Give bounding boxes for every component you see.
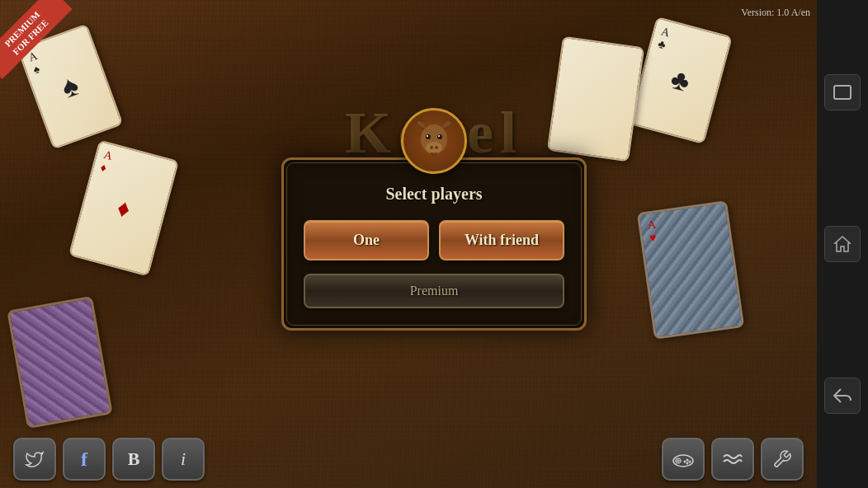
- svg-point-16: [684, 461, 686, 463]
- svg-point-5: [438, 135, 440, 137]
- settings-button[interactable]: [761, 438, 804, 481]
- toolbar-right: [662, 438, 804, 481]
- card-rank-lm: A♦: [99, 148, 114, 176]
- card-right-middle: A♥: [637, 200, 745, 340]
- window-icon: [833, 85, 851, 100]
- bottom-toolbar: f B i: [0, 430, 817, 488]
- version-label: Version: 1.0 A/en: [741, 7, 810, 19]
- card-center-lm: ♦: [114, 193, 134, 223]
- facebook-icon: f: [81, 448, 87, 471]
- wave-icon: [722, 450, 743, 468]
- with-friend-button[interactable]: With friend: [439, 220, 564, 260]
- blog-icon: B: [128, 448, 140, 470]
- svg-point-1: [426, 142, 442, 153]
- svg-rect-8: [834, 86, 851, 99]
- svg-point-3: [437, 134, 442, 139]
- twitter-button[interactable]: [13, 438, 56, 481]
- right-sidebar: [817, 0, 868, 488]
- home-icon: [833, 235, 851, 253]
- one-player-button[interactable]: One: [304, 220, 429, 260]
- window-button[interactable]: [824, 74, 861, 110]
- svg-point-2: [426, 134, 431, 139]
- gamepad-icon: [672, 451, 694, 467]
- twitter-icon: [25, 449, 45, 469]
- card-right-top2: [547, 36, 645, 162]
- wave-button[interactable]: [711, 438, 754, 481]
- home-button[interactable]: [824, 226, 861, 262]
- svg-point-7: [435, 146, 438, 149]
- premium-badge-text: PREMIUM FOR FREE: [0, 0, 72, 79]
- blog-button[interactable]: B: [112, 438, 155, 481]
- premium-badge[interactable]: PREMIUM FOR FREE: [0, 0, 83, 82]
- info-button[interactable]: i: [162, 438, 205, 481]
- svg-point-14: [689, 461, 691, 463]
- info-icon: i: [181, 448, 186, 470]
- svg-point-13: [686, 459, 689, 462]
- logo-container: [401, 108, 467, 174]
- facebook-button[interactable]: f: [63, 438, 106, 481]
- settings-icon: [772, 449, 792, 469]
- gamepad-button[interactable]: [662, 438, 705, 481]
- premium-button[interactable]: Premium: [304, 274, 564, 308]
- svg-point-4: [427, 135, 428, 137]
- svg-point-15: [686, 462, 689, 465]
- goat-logo: [401, 108, 467, 174]
- dialog-overlay: Select players One With friend Premium: [281, 157, 587, 331]
- back-icon: [833, 387, 852, 404]
- svg-point-6: [430, 146, 433, 149]
- player-buttons: One With friend: [304, 220, 564, 260]
- goat-icon: [409, 116, 459, 166]
- card-center-tr: ♣: [668, 63, 693, 97]
- card-rank-tr: A♣: [656, 25, 671, 53]
- back-button[interactable]: [824, 378, 861, 414]
- dialog-title: Select players: [304, 185, 564, 204]
- card-rank-rm: A♥: [647, 218, 658, 245]
- select-players-dialog: Select players One With friend Premium: [281, 157, 587, 331]
